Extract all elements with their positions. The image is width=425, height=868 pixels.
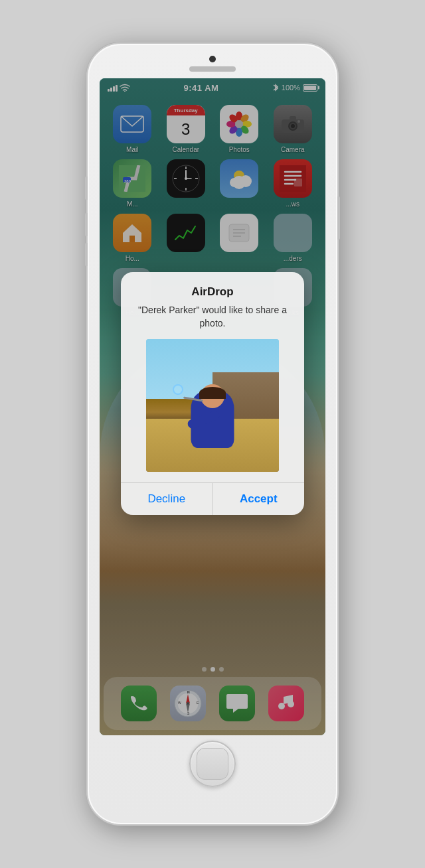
- phone-shell: 9:41 AM 100%: [86, 42, 339, 826]
- decline-button[interactable]: Decline: [121, 483, 213, 515]
- dialog-content: AirDrop "Derek Parker" would like to sha…: [121, 272, 304, 472]
- dialog-photo: [146, 339, 279, 472]
- dialog-overlay: AirDrop "Derek Parker" would like to sha…: [100, 78, 325, 735]
- airdrop-dialog: AirDrop "Derek Parker" would like to sha…: [121, 272, 304, 515]
- screen: 9:41 AM 100%: [100, 78, 325, 735]
- accept-button[interactable]: Accept: [213, 483, 305, 515]
- home-button[interactable]: [189, 741, 236, 787]
- dialog-buttons: Decline Accept: [121, 482, 304, 515]
- top-notch-area: [88, 44, 337, 72]
- dialog-title: AirDrop: [134, 285, 291, 299]
- speaker-grille: [189, 66, 236, 72]
- dialog-message: "Derek Parker" would like to share a pho…: [134, 304, 291, 330]
- front-camera-icon: [209, 56, 216, 62]
- home-button-inner: [197, 748, 228, 780]
